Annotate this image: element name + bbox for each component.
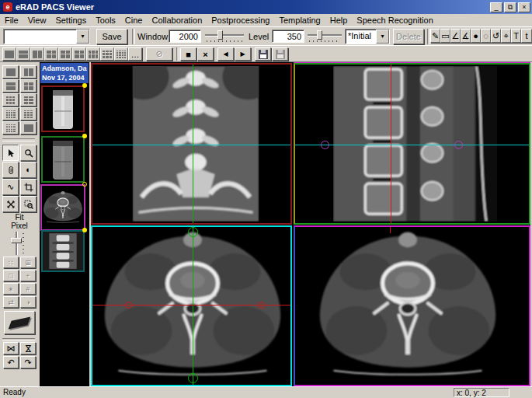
crosshair-vertical[interactable] xyxy=(193,65,193,223)
marker-tool-button[interactable]: ⌖ xyxy=(501,29,511,43)
series-thumbnail-scout-lateral[interactable] xyxy=(41,136,85,183)
rotate-left-button[interactable]: ↶ xyxy=(3,356,19,368)
menu-item-cine[interactable]: Cine xyxy=(120,15,148,26)
layout-1x1-button[interactable] xyxy=(2,47,16,61)
combo-dropdown-icon[interactable]: ▾ xyxy=(76,30,89,44)
menu-item-templating[interactable]: Templating xyxy=(275,15,325,26)
layout-1plus2-button[interactable] xyxy=(44,47,58,61)
series-layout-3x2-button[interactable] xyxy=(20,93,37,106)
layout-2x3-button[interactable] xyxy=(86,47,100,61)
fullscreen-viewport-button[interactable]: ■ xyxy=(180,47,196,61)
ruler-tool-button[interactable]: ▭ xyxy=(440,29,450,43)
level-slider-thumb[interactable] xyxy=(317,30,322,40)
menu-item-collaboration[interactable]: Collaboration xyxy=(147,15,207,26)
crosshair-handle[interactable] xyxy=(188,373,198,383)
window-slider[interactable] xyxy=(205,30,244,42)
crosshair-horizontal[interactable] xyxy=(92,145,290,145)
viewport-coronal[interactable] xyxy=(91,63,292,225)
curve-adjust-tool-button[interactable]: ∿ xyxy=(2,179,19,195)
menu-item-view[interactable]: View xyxy=(23,15,51,26)
next-image-button[interactable]: ▶ xyxy=(235,47,251,61)
layout-2x2-button[interactable] xyxy=(72,47,86,61)
ellipse-roi-tool-button[interactable]: ● xyxy=(471,29,481,43)
menu-item-help[interactable]: Help xyxy=(325,15,353,26)
crosshair-handle[interactable] xyxy=(321,141,329,149)
zoom-slider[interactable] xyxy=(9,232,25,255)
crosshair-handle[interactable] xyxy=(454,141,463,149)
level-value-input[interactable] xyxy=(272,30,304,43)
window-value-input[interactable] xyxy=(169,30,201,43)
series-thumbnail-scout-ap[interactable] xyxy=(41,86,85,132)
zoom-slider-thumb[interactable] xyxy=(11,238,22,243)
menu-item-tools[interactable]: Tools xyxy=(91,15,120,26)
eraser-tool-button[interactable] xyxy=(4,311,35,334)
angle-tool-button[interactable]: ∠ xyxy=(450,29,461,43)
series-layout-4x4-button[interactable] xyxy=(2,107,19,120)
combo-dropdown-icon[interactable]: ▾ xyxy=(376,30,389,44)
save-button[interactable]: Save xyxy=(96,29,127,44)
menu-item-settings[interactable]: Settings xyxy=(50,15,91,26)
attach-tool-button[interactable] xyxy=(2,162,19,178)
menu-item-speech-recognition[interactable]: Speech Recognition xyxy=(352,15,437,26)
pixel-zoom-label[interactable]: Pixel xyxy=(0,222,39,230)
series-layout-2x2-button[interactable] xyxy=(20,79,37,93)
crosshair-vertical[interactable] xyxy=(391,65,391,223)
wl-preset-combobox[interactable]: *Initial ▾ xyxy=(345,29,390,44)
menu-item-file[interactable]: File xyxy=(0,15,23,26)
store-image-button[interactable] xyxy=(255,47,271,61)
flip-horizontal-button[interactable]: ⋈ xyxy=(3,342,19,354)
crosshair-handle[interactable] xyxy=(258,302,265,309)
minimize-button[interactable]: _ xyxy=(490,2,502,12)
window-level-tool-button[interactable]: ◐ xyxy=(20,162,37,178)
window-slider-track[interactable] xyxy=(205,34,244,37)
series-layout-3x3-button[interactable] xyxy=(2,93,19,106)
layout-4x4-button[interactable] xyxy=(114,47,128,61)
crosshair-vertical[interactable] xyxy=(193,227,193,385)
layout-3x3-button[interactable] xyxy=(100,47,114,61)
viewport-axial-active[interactable] xyxy=(91,225,292,386)
small-text-tool-button[interactable]: t xyxy=(521,29,532,43)
layout-2plus1-button[interactable] xyxy=(58,47,72,61)
freehand-roi-tool-button[interactable]: ◌ xyxy=(481,29,491,43)
series-layout-5x4-button[interactable] xyxy=(2,121,19,134)
layout-custom-button[interactable]: … xyxy=(128,47,142,61)
fit-zoom-label[interactable]: Fit xyxy=(0,213,39,222)
menu-item-postprocessing[interactable]: Postprocessing xyxy=(207,15,274,26)
series-layout-4x3-button[interactable] xyxy=(20,107,37,120)
curve-tool-button[interactable]: ↺ xyxy=(491,29,501,43)
close-button[interactable]: × xyxy=(518,2,530,12)
annotation-preset-combobox[interactable]: ▾ xyxy=(3,29,90,44)
series-thumbnail-reformat[interactable] xyxy=(41,230,85,272)
text-tool-button[interactable]: T xyxy=(511,29,521,43)
layout-2rows-button[interactable] xyxy=(16,47,30,61)
layout-2cols-button[interactable] xyxy=(30,47,44,61)
close-series-button[interactable]: × xyxy=(197,47,214,61)
crosshair-handle[interactable] xyxy=(125,302,132,309)
level-slider-track[interactable] xyxy=(308,34,342,37)
previous-image-button[interactable]: ◀ xyxy=(217,47,234,61)
viewport-axial-reference[interactable] xyxy=(294,225,530,386)
crosshair-handle[interactable] xyxy=(188,227,198,237)
smooth-filter-button: # xyxy=(20,283,36,295)
series-layout-single-filled-button[interactable] xyxy=(20,121,37,134)
rotate-right-button[interactable]: ↷ xyxy=(20,356,36,368)
cobb-angle-tool-button[interactable]: ∡ xyxy=(461,29,471,43)
zoom-region-tool-button[interactable] xyxy=(20,196,37,212)
viewport-sagittal[interactable] xyxy=(294,63,530,225)
level-slider[interactable] xyxy=(308,30,342,42)
magnify-tool-button[interactable] xyxy=(20,145,37,161)
series-layout-2x1-button[interactable] xyxy=(2,79,19,93)
restore-button[interactable]: ⧉ xyxy=(504,2,516,12)
crosshair-horizontal[interactable] xyxy=(295,145,529,145)
crop-tool-button[interactable] xyxy=(20,179,37,195)
pan-tool-button[interactable] xyxy=(2,196,19,212)
pencil-tool-button[interactable]: ✎ xyxy=(430,29,440,43)
link-images-button: ⇄ xyxy=(3,296,19,308)
pointer-tool-button[interactable] xyxy=(2,145,19,161)
series-thumbnail-axial[interactable] xyxy=(40,184,85,231)
window-slider-thumb[interactable] xyxy=(217,30,223,40)
series-layout-1x2-button[interactable] xyxy=(20,65,37,79)
flip-vertical-button[interactable]: ⋈ xyxy=(20,342,36,354)
zoom-slider-track[interactable] xyxy=(16,232,18,255)
series-layout-1x1-button[interactable] xyxy=(2,65,19,79)
